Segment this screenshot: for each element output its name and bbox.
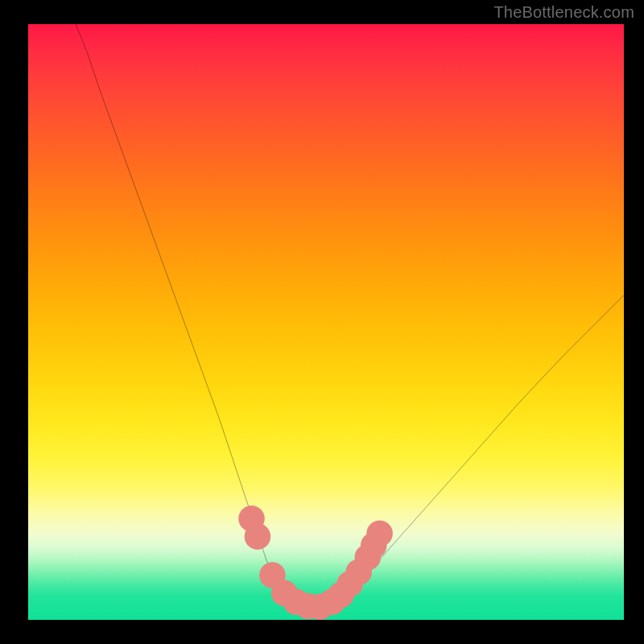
curve-marker (366, 520, 393, 547)
curve-markers (238, 506, 393, 620)
curve-marker (245, 523, 271, 550)
chart-svg (28, 24, 624, 620)
chart-frame: TheBottleneck.com (0, 0, 644, 644)
plot-area (28, 24, 624, 620)
watermark-text: TheBottleneck.com (493, 3, 634, 22)
bottleneck-curve (76, 24, 624, 607)
